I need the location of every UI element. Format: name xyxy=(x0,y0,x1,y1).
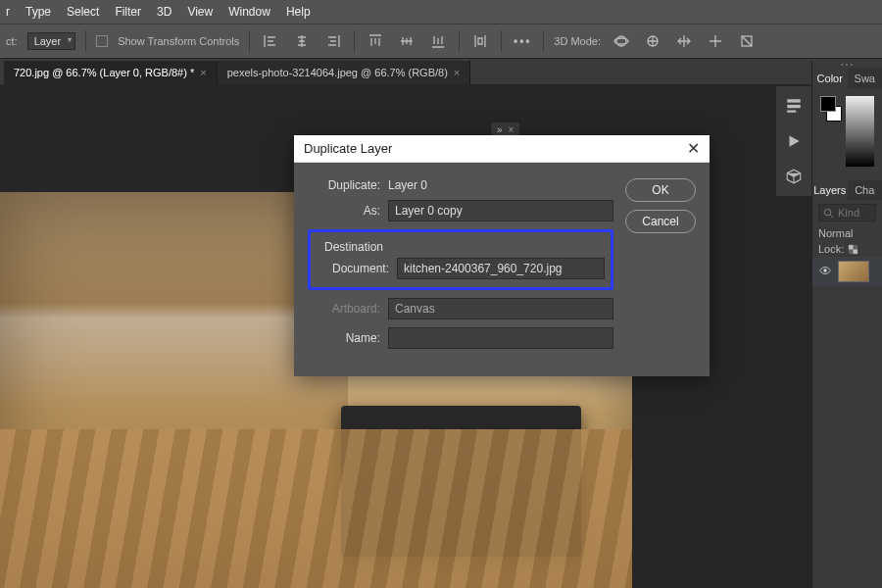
document-label: Document: xyxy=(317,262,389,275)
properties-panel-icon[interactable] xyxy=(780,92,808,120)
document-dropdown[interactable]: kitchen-2400367_960_720.jpg xyxy=(397,258,605,279)
pan-3d-icon[interactable] xyxy=(673,30,695,52)
layer-row[interactable] xyxy=(812,257,882,286)
play-panel-icon[interactable] xyxy=(780,127,808,155)
tab-label: 720.jpg @ 66.7% (Layer 0, RGB/8#) * xyxy=(14,67,194,78)
color-panel-body xyxy=(812,88,882,174)
roll-3d-icon[interactable] xyxy=(642,30,663,52)
visibility-eye-icon[interactable] xyxy=(818,264,832,280)
show-transform-checkbox[interactable] xyxy=(96,35,108,47)
lock-transparent-icon[interactable] xyxy=(848,244,858,255)
grayscale-ramp[interactable] xyxy=(846,96,874,167)
duplicate-label: Duplicate: xyxy=(308,178,380,192)
menu-item[interactable]: r xyxy=(6,5,10,19)
svg-rect-9 xyxy=(849,244,854,249)
scale-3d-icon[interactable] xyxy=(736,30,758,52)
close-dialog-icon[interactable]: ✕ xyxy=(687,139,700,158)
align-middle-v-icon[interactable] xyxy=(396,30,417,52)
more-options-icon[interactable]: ••• xyxy=(512,30,533,52)
document-tab[interactable]: pexels-photo-3214064.jpeg @ 66.7% (RGB/8… xyxy=(218,61,471,84)
close-tab-icon[interactable]: × xyxy=(200,67,206,78)
menu-item[interactable]: Help xyxy=(286,5,311,19)
mode-3d-label: 3D Mode: xyxy=(554,35,601,47)
close-tab-icon[interactable]: × xyxy=(454,67,460,78)
artboard-label: Artboard: xyxy=(308,302,380,316)
name-input[interactable] xyxy=(388,327,613,349)
distribute-icon[interactable] xyxy=(469,30,491,52)
divider xyxy=(354,30,355,52)
document-tab-strip: 720.jpg @ 66.7% (Layer 0, RGB/8#) * × pe… xyxy=(0,59,882,84)
image-region xyxy=(341,406,581,557)
align-center-h-icon[interactable] xyxy=(291,30,313,52)
blend-mode-dropdown[interactable]: Normal xyxy=(812,225,882,241)
svg-point-7 xyxy=(824,209,830,215)
dialog-title-text: Duplicate Layer xyxy=(304,141,392,156)
artboard-readonly: Canvas xyxy=(388,298,613,319)
tab-label: pexels-photo-3214064.jpeg @ 66.7% (RGB/8… xyxy=(227,67,448,78)
divider xyxy=(85,30,86,52)
align-left-icon[interactable] xyxy=(260,30,281,52)
dialog-titlebar[interactable]: Duplicate Layer ✕ xyxy=(294,135,710,163)
layers-panel-tabs: Layers Cha xyxy=(812,180,882,200)
align-bottom-icon[interactable] xyxy=(427,30,449,52)
orbit-3d-icon[interactable] xyxy=(611,30,632,52)
lock-position-icon[interactable] xyxy=(862,244,873,255)
cancel-button[interactable]: Cancel xyxy=(625,210,696,233)
svg-rect-4 xyxy=(787,99,801,102)
divider xyxy=(249,30,250,52)
align-top-icon[interactable] xyxy=(365,30,386,52)
layers-panel: Layers Cha Normal Lock: xyxy=(812,180,882,286)
layer-thumbnail[interactable] xyxy=(838,261,869,282)
menu-bar: r Type Select Filter 3D View Window Help xyxy=(0,0,882,24)
menu-item[interactable]: Filter xyxy=(115,5,141,19)
collapsed-panel-dock xyxy=(776,86,811,196)
destination-section-label: Destination xyxy=(317,236,605,258)
divider xyxy=(501,30,502,52)
ok-button[interactable]: OK xyxy=(625,178,696,202)
cube-3d-panel-icon[interactable] xyxy=(780,163,808,190)
tab-layers[interactable]: Layers xyxy=(812,180,848,200)
tab-channels[interactable]: Cha xyxy=(848,180,883,200)
divider xyxy=(543,30,544,52)
slide-3d-icon[interactable] xyxy=(705,30,726,52)
document-tab[interactable]: 720.jpg @ 66.7% (Layer 0, RGB/8#) * × xyxy=(4,61,218,84)
align-right-icon[interactable] xyxy=(322,30,344,52)
divider xyxy=(459,30,460,52)
options-left-label: ct: xyxy=(6,35,18,47)
lock-row: Lock: xyxy=(812,241,882,257)
show-transform-label: Show Transform Controls xyxy=(118,35,239,47)
menu-item[interactable]: Window xyxy=(228,5,270,19)
search-icon xyxy=(823,208,834,219)
layer-filter-input[interactable] xyxy=(838,207,871,219)
dialog-body: Duplicate: Layer 0 As: Destination Docum… xyxy=(294,163,710,376)
color-panel-tabs: Color Swa xyxy=(812,69,882,88)
menu-item[interactable]: View xyxy=(187,5,213,19)
destination-highlight: Destination Document: kitchen-2400367_96… xyxy=(308,229,613,290)
svg-rect-6 xyxy=(787,111,796,113)
tab-swatches[interactable]: Swa xyxy=(848,69,883,88)
duplicate-layer-dialog: Duplicate Layer ✕ Duplicate: Layer 0 As:… xyxy=(294,135,710,376)
menu-item[interactable]: 3D xyxy=(157,5,172,19)
expand-icon[interactable]: » xyxy=(497,124,503,135)
menu-item[interactable]: Select xyxy=(67,5,99,19)
name-label: Name: xyxy=(308,331,380,345)
close-icon[interactable]: × xyxy=(509,124,514,135)
layer-filter[interactable] xyxy=(818,204,876,221)
duplicate-value: Layer 0 xyxy=(388,178,427,192)
lock-label: Lock: xyxy=(818,243,844,255)
foreground-color-swatch[interactable] xyxy=(820,96,836,112)
right-panel-dock: Color Swa Layers Cha Normal Lock: xyxy=(811,61,882,588)
as-label: As: xyxy=(308,204,380,218)
menu-item[interactable]: Type xyxy=(25,5,51,19)
svg-rect-5 xyxy=(787,105,801,108)
foreground-background-swatch[interactable] xyxy=(820,96,842,122)
options-bar: ct: Layer Show Transform Controls ••• 3D… xyxy=(0,24,882,59)
panel-grip[interactable] xyxy=(812,61,882,69)
as-input[interactable] xyxy=(388,200,613,221)
tab-color[interactable]: Color xyxy=(812,69,848,88)
svg-point-11 xyxy=(823,269,827,272)
layer-select-dropdown[interactable]: Layer xyxy=(27,32,76,50)
svg-rect-10 xyxy=(854,249,858,254)
